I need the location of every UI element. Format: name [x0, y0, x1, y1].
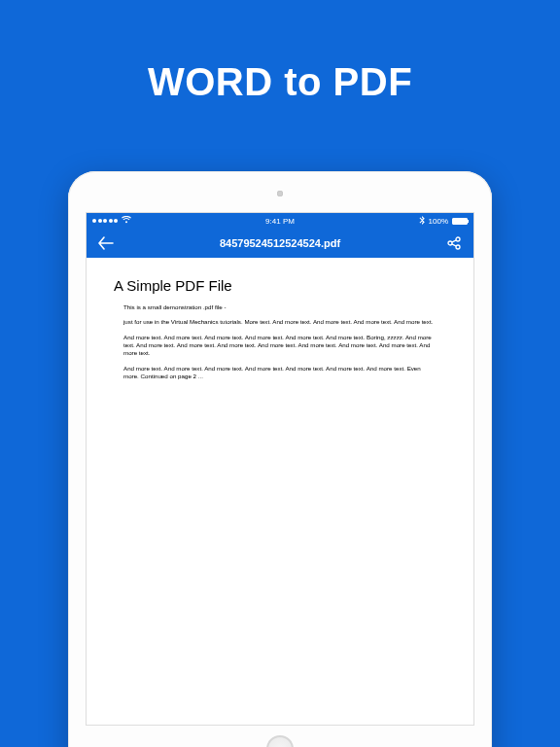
document-paragraph: This is a small demonstration .pdf file … — [114, 303, 446, 311]
svg-point-1 — [456, 237, 460, 241]
status-bar: 9:41 PM 100% — [87, 213, 473, 229]
battery-percent: 100% — [429, 217, 448, 226]
status-left — [92, 216, 131, 226]
document-paragraph: And more text. And more text. And more t… — [114, 334, 446, 358]
signal-icon — [92, 219, 118, 223]
back-button[interactable] — [96, 233, 116, 253]
svg-point-2 — [456, 245, 460, 249]
status-right: 100% — [419, 216, 468, 227]
document-title: A Simple PDF File — [114, 277, 446, 294]
status-time: 9:41 PM — [265, 217, 295, 226]
document-body: This is a small demonstration .pdf file … — [114, 303, 446, 381]
hero-title: WORD to PDF — [0, 60, 560, 104]
document-paragraph: And more text. And more text. And more t… — [114, 365, 446, 381]
battery-icon — [452, 218, 468, 225]
tablet-frame: 9:41 PM 100% 84579524512524524.pdf — [68, 171, 492, 747]
document-viewer[interactable]: A Simple PDF File This is a small demons… — [87, 258, 473, 725]
tablet-screen: 9:41 PM 100% 84579524512524524.pdf — [86, 212, 474, 726]
nav-title: 84579524512524524.pdf — [220, 237, 340, 249]
nav-bar: 84579524512524524.pdf — [87, 229, 473, 258]
share-button[interactable] — [444, 233, 464, 253]
svg-line-4 — [452, 244, 457, 246]
tablet-camera — [277, 191, 283, 196]
svg-line-3 — [452, 240, 457, 242]
wifi-icon — [122, 216, 131, 226]
home-button[interactable] — [266, 735, 294, 747]
document-paragraph: just for use in the Virtual Mechanics tu… — [114, 318, 446, 326]
bluetooth-icon — [419, 216, 425, 227]
svg-point-0 — [448, 241, 452, 245]
